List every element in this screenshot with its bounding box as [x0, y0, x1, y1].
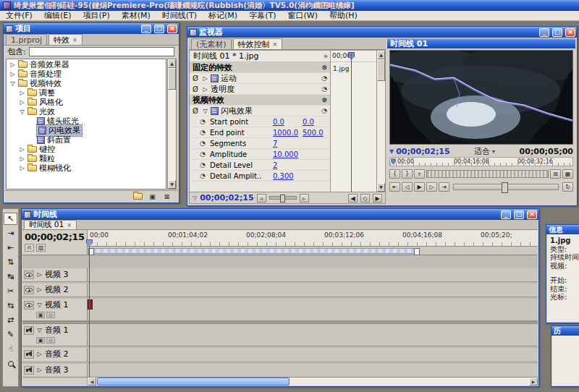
timecode-toggle-icon[interactable]: ▽	[193, 195, 197, 201]
shuttle-slider[interactable]	[453, 184, 559, 190]
track-content[interactable]	[88, 284, 538, 297]
twisty-icon[interactable]: ▷	[19, 146, 25, 153]
track-content[interactable]	[88, 324, 538, 346]
program-preview[interactable]	[389, 50, 573, 145]
menu-help[interactable]: 帮助(H)	[324, 11, 363, 20]
project-panel-titlebar[interactable]: 项目 _ □ ×	[4, 23, 179, 34]
effect-controls-timecode[interactable]: 00;00;02;15	[200, 193, 253, 203]
slide-tool[interactable]: ⇄	[4, 314, 17, 326]
scroll-right-icon[interactable]: ▶	[529, 378, 538, 385]
param-detail-amplitude[interactable]: ◔ Detail Amplit.. 0.300	[190, 171, 330, 182]
zoom-out-button[interactable]: ◃	[257, 194, 266, 203]
twisty-icon[interactable]: ▷	[9, 71, 16, 77]
twisty-icon[interactable]: ▷	[9, 61, 16, 68]
display-style-button[interactable]: ▣	[36, 312, 45, 318]
keyframes-button[interactable]: ◇	[46, 337, 55, 344]
track-select-tool[interactable]: ⇥	[4, 227, 17, 239]
effect-row-lightning[interactable]: Ø ▽ 闪电效果 ◔	[190, 106, 330, 116]
hand-tool[interactable]: ☝	[4, 343, 17, 355]
program-time-ruler[interactable]: 00;00 00;04;16;08 00;08;32;16	[389, 157, 573, 166]
scroll-thumb[interactable]	[168, 68, 176, 90]
param-value[interactable]: 7	[273, 140, 300, 148]
work-area-bar[interactable]	[88, 248, 420, 254]
tab-close-icon[interactable]: ×	[67, 222, 72, 229]
scrollbar-thumb[interactable]	[97, 378, 290, 385]
new-bin-button[interactable]	[132, 192, 143, 201]
collapse-track-icon[interactable]: ▽	[36, 327, 43, 333]
stopwatch-icon[interactable]: ◔	[200, 172, 208, 179]
param-value[interactable]: 2	[273, 161, 300, 169]
tab-close-icon[interactable]: ×	[273, 41, 278, 48]
menu-window[interactable]: 窗口(W)	[282, 11, 323, 20]
scroll-up-icon[interactable]: ▲	[377, 51, 385, 59]
minimize-button[interactable]: _	[539, 28, 549, 37]
scroll-down-icon[interactable]: ▼	[377, 183, 385, 192]
step-back-button[interactable]: ◁	[402, 182, 413, 192]
close-button[interactable]: ×	[167, 25, 177, 33]
keyframes-button[interactable]: ◇	[46, 312, 55, 318]
twisty-icon[interactable]: ▷	[202, 75, 208, 82]
effect-row-motion[interactable]: Ø ▷ 运动 ◔	[190, 73, 330, 84]
scroll-down-icon[interactable]: ▼	[168, 180, 176, 189]
collapse-track-icon[interactable]: ▷	[36, 351, 43, 357]
zoom-slider[interactable]	[269, 196, 297, 200]
output-button[interactable]: ▦	[562, 169, 573, 179]
tab-timeline-01[interactable]: 时间线 01 ×	[24, 220, 77, 229]
close-button[interactable]: ×	[565, 28, 575, 37]
zoom-level-dropdown[interactable]: 适合 ▾	[474, 146, 495, 157]
rolling-edit-tool[interactable]: ⇅	[4, 256, 17, 268]
tab-effects[interactable]: 特效 ×	[48, 34, 83, 45]
maximize-button[interactable]: □	[552, 28, 562, 37]
stopwatch-icon[interactable]: ◔	[200, 118, 208, 125]
effect-row-opacity[interactable]: Ø ▷ 透明度 ◔	[190, 84, 330, 95]
menu-edit[interactable]: 编辑(E)	[38, 11, 77, 20]
tree-item-light[interactable]: ▽光效	[7, 107, 166, 116]
stopwatch-icon[interactable]: ◔	[200, 161, 208, 169]
toggle-track-mute-button[interactable]	[24, 326, 34, 335]
video-effects-section[interactable]: 视频特效 ⊗	[190, 95, 330, 106]
menu-file[interactable]: 文件(F)	[0, 11, 38, 20]
fx-toggle-icon[interactable]: Ø	[193, 85, 200, 93]
menu-project[interactable]: 项目(P)	[77, 11, 115, 20]
scroll-up-icon[interactable]: ▲	[168, 59, 176, 68]
add-marker-button[interactable]: ▿	[414, 169, 425, 179]
stopwatch-icon[interactable]: ◔	[200, 129, 208, 136]
effect-controls-scrollbar[interactable]: ▲ ▼	[376, 51, 385, 192]
fx-toggle-icon[interactable]: Ø	[193, 107, 200, 115]
param-value[interactable]: 10.000	[273, 150, 300, 158]
param-value[interactable]: 0.0	[273, 118, 300, 126]
fx-toggle-icon[interactable]: Ø	[193, 74, 200, 82]
tree-item-noise[interactable]: ▷颗粒	[7, 154, 166, 163]
track-content[interactable]	[88, 348, 538, 362]
toggle-track-mute-button[interactable]	[24, 366, 34, 375]
app-titlebar[interactable]: 绮夎揪鐢佃剳鍩硅-95(鏈焆Premiere-Pro(瑙嗛鐗规晥(Rubbish…	[0, 0, 579, 11]
timeline-ruler[interactable]: 00;00 00;01;04;02 00;02;08;04 00;03;12;0…	[88, 230, 538, 247]
playhead-line[interactable]	[351, 54, 352, 192]
param-detail-level[interactable]: ◔ Detail Level 2	[190, 160, 330, 171]
history-panel-titlebar[interactable]: 历	[551, 326, 579, 336]
stopwatch-icon[interactable]: ◔	[200, 150, 208, 158]
param-value[interactable]: 500.0	[303, 129, 330, 137]
program-current-timecode[interactable]: 00;00;02;15	[396, 147, 449, 156]
zoom-tool[interactable]	[4, 357, 17, 370]
twisty-icon[interactable]: ▷	[19, 155, 25, 162]
monitor-panel-titlebar[interactable]: 监视器 _ □ ×	[187, 27, 577, 38]
param-end-point[interactable]: ◔ End point 1000.0 500.0	[190, 127, 330, 138]
playhead-caret-icon[interactable]	[391, 158, 396, 165]
tab-close-icon[interactable]: ×	[72, 37, 77, 43]
stopwatch-icon[interactable]: ◔	[321, 74, 327, 82]
mini-timeline-ruler[interactable]: 00;00	[331, 51, 378, 62]
twisty-icon[interactable]: ▷	[19, 90, 25, 96]
toggle-track-output-button[interactable]	[24, 301, 34, 310]
slip-tool[interactable]: ⇆	[4, 299, 17, 312]
menu-title[interactable]: 字幕(T)	[243, 11, 282, 20]
tree-item-keying[interactable]: ▷键控	[7, 145, 166, 154]
sequence-settings-button[interactable]: ▥	[36, 244, 46, 252]
tab-effect-controls[interactable]: 特效控制 ×	[233, 38, 283, 49]
tree-item-bevel[interactable]: 斜面置	[7, 135, 166, 145]
timeline-timecode[interactable]: 00;00;02;15	[22, 230, 87, 242]
close-button[interactable]: ×	[527, 210, 537, 219]
tree-item-lens-flare[interactable]: 镜头眩光	[7, 116, 166, 126]
twisty-icon[interactable]: ▽	[19, 108, 25, 115]
new-item-button[interactable]: ▣	[147, 192, 158, 201]
